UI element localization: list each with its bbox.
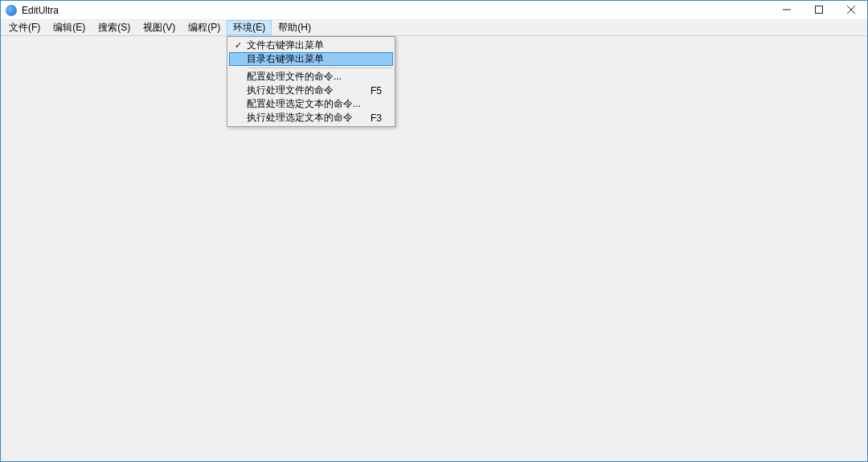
close-icon xyxy=(847,6,855,14)
dropdown-item-shortcut: F3 xyxy=(371,112,393,124)
menu-environment[interactable]: 环境(E) xyxy=(227,20,272,35)
dropdown-item-label: 执行处理选定文本的命令 xyxy=(247,111,371,125)
dropdown-item-file-context-menu[interactable]: ✓ 文件右键弹出菜单 xyxy=(229,39,393,52)
menubar: 文件(F) 编辑(E) 搜索(S) 视图(V) 编程(P) 环境(E) 帮助(H… xyxy=(1,20,867,36)
check-icon: ✓ xyxy=(229,40,247,51)
app-window: EditUltra 文件(F) 编辑(E) 搜索(S) 视图(V) 编程(P) … xyxy=(0,0,868,462)
window-controls xyxy=(771,1,867,19)
dropdown-item-run-file-cmd[interactable]: 执行处理文件的命令 F5 xyxy=(229,84,393,97)
menu-edit[interactable]: 编辑(E) xyxy=(47,20,92,35)
dropdown-item-label: 文件右键弹出菜单 xyxy=(247,39,371,52)
dropdown-item-run-sel-cmd[interactable]: 执行处理选定文本的命令 F3 xyxy=(229,111,393,125)
menu-help[interactable]: 帮助(H) xyxy=(272,20,317,35)
minimize-button[interactable] xyxy=(771,1,803,18)
menu-program[interactable]: 编程(P) xyxy=(182,20,227,35)
dropdown-item-label: 配置处理文件的命令... xyxy=(247,70,371,84)
environment-dropdown: ✓ 文件右键弹出菜单 目录右键弹出菜单 配置处理文件的命令... 执行处理文件的… xyxy=(227,36,395,127)
dropdown-item-shortcut: F5 xyxy=(371,85,393,96)
content-area: ✓ 文件右键弹出菜单 目录右键弹出菜单 配置处理文件的命令... 执行处理文件的… xyxy=(1,36,867,461)
dropdown-item-config-sel-cmd[interactable]: 配置处理选定文本的命令... xyxy=(229,97,393,111)
titlebar[interactable]: EditUltra xyxy=(1,1,867,20)
maximize-button[interactable] xyxy=(803,1,835,18)
menu-file[interactable]: 文件(F) xyxy=(2,20,47,35)
dropdown-item-label: 配置处理选定文本的命令... xyxy=(247,97,371,111)
dropdown-separator xyxy=(248,67,392,68)
app-icon xyxy=(6,5,17,16)
dropdown-item-config-file-cmd[interactable]: 配置处理文件的命令... xyxy=(229,70,393,84)
maximize-icon xyxy=(815,6,823,14)
dropdown-item-label: 目录右键弹出菜单 xyxy=(247,52,370,66)
window-title: EditUltra xyxy=(22,5,771,16)
menu-search[interactable]: 搜索(S) xyxy=(92,20,137,35)
minimize-icon xyxy=(783,6,791,14)
dropdown-item-label: 执行处理文件的命令 xyxy=(247,84,371,97)
svg-rect-1 xyxy=(816,6,823,14)
close-button[interactable] xyxy=(835,1,867,18)
menu-view[interactable]: 视图(V) xyxy=(137,20,182,35)
dropdown-item-dir-context-menu[interactable]: 目录右键弹出菜单 xyxy=(229,52,393,66)
